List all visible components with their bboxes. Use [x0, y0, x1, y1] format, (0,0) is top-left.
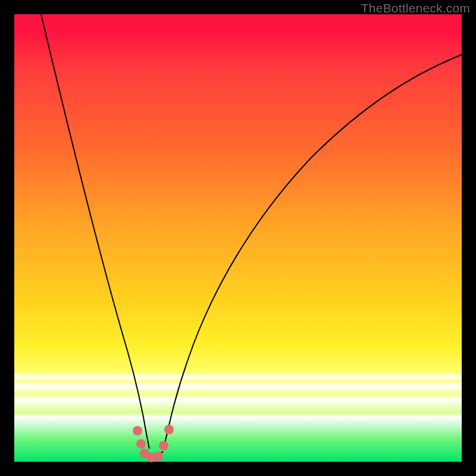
chart-svg: [14, 14, 462, 462]
watermark-text: TheBottleneck.com: [361, 1, 470, 15]
marker-dot: [136, 439, 146, 449]
chart-plot-area: [14, 14, 462, 462]
marker-dot: [164, 425, 174, 434]
marker-dot: [133, 426, 142, 436]
curve-left: [41, 14, 149, 449]
marker-dot: [154, 452, 163, 461]
curve-right: [164, 55, 462, 449]
marker-dot: [159, 441, 168, 450]
